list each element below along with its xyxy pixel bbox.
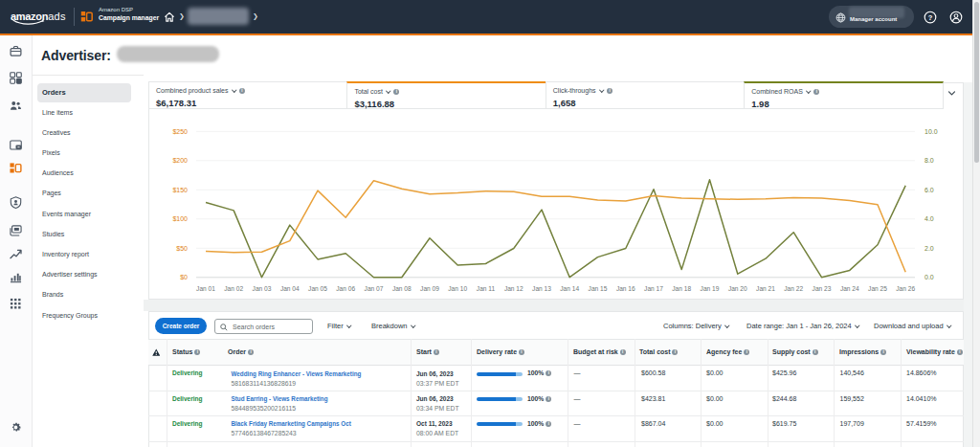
svg-text:Jan 12: Jan 12: [504, 285, 523, 292]
svg-text:Jan 22: Jan 22: [784, 285, 803, 292]
svg-text:Jan 15: Jan 15: [589, 285, 608, 292]
svg-text:Jan 11: Jan 11: [477, 285, 496, 292]
svg-text:$250: $250: [172, 128, 188, 135]
svg-text:Jan 17: Jan 17: [644, 285, 663, 292]
svg-text:0.0: 0.0: [924, 274, 934, 280]
svg-text:Jan 07: Jan 07: [365, 285, 384, 292]
svg-text:Jan 10: Jan 10: [448, 285, 467, 292]
svg-text:$200: $200: [172, 157, 188, 164]
svg-text:Jan 06: Jan 06: [336, 285, 355, 292]
svg-text:Jan 21: Jan 21: [756, 285, 775, 292]
svg-text:Jan 26: Jan 26: [896, 285, 915, 292]
svg-text:Jan 13: Jan 13: [532, 285, 551, 292]
svg-text:$150: $150: [172, 187, 188, 193]
svg-text:6.0: 6.0: [924, 187, 934, 193]
svg-text:$0: $0: [180, 274, 188, 280]
svg-text:Jan 14: Jan 14: [560, 285, 579, 292]
svg-text:10.0: 10.0: [924, 128, 938, 135]
svg-text:Jan 08: Jan 08: [392, 285, 412, 292]
svg-text:Jan 05: Jan 05: [308, 285, 327, 292]
svg-text:Jan 18: Jan 18: [672, 285, 691, 292]
svg-text:Jan 02: Jan 02: [224, 285, 243, 292]
svg-text:Jan 01: Jan 01: [196, 285, 215, 292]
svg-text:4.0: 4.0: [924, 215, 934, 222]
svg-text:Jan 24: Jan 24: [840, 285, 859, 292]
svg-text:Jan 04: Jan 04: [280, 285, 300, 292]
svg-text:Jan 25: Jan 25: [868, 285, 887, 292]
svg-text:$50: $50: [176, 245, 188, 252]
svg-text:2.0: 2.0: [924, 245, 934, 252]
svg-text:?: ?: [928, 13, 933, 22]
svg-text:Jan 03: Jan 03: [253, 285, 272, 292]
svg-text:Jan 09: Jan 09: [420, 285, 439, 292]
svg-text:Jan 20: Jan 20: [728, 285, 747, 292]
svg-text:8.0: 8.0: [924, 157, 934, 164]
svg-text:Jan 23: Jan 23: [813, 285, 832, 292]
svg-text:Jan 19: Jan 19: [701, 285, 720, 292]
svg-text:$100: $100: [172, 215, 188, 222]
svg-text:Jan 16: Jan 16: [616, 285, 635, 292]
